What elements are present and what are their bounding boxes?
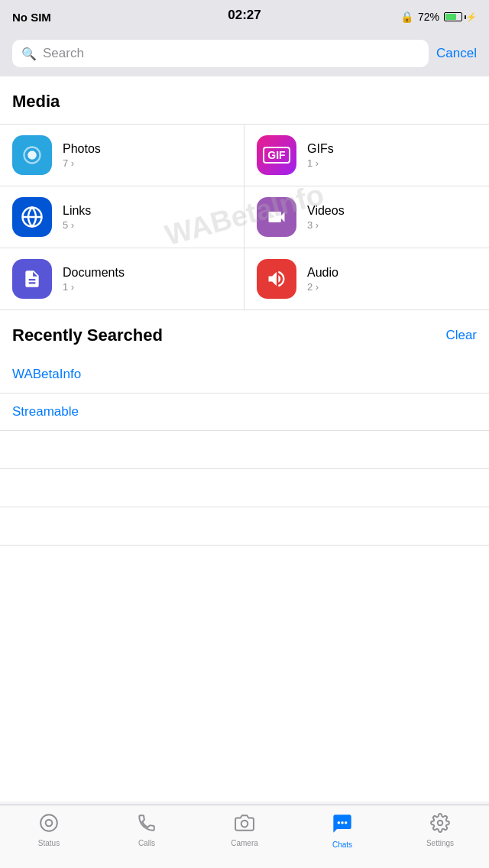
tab-status[interactable]: Status [0,813,98,847]
tab-camera[interactable]: Camera [196,813,293,847]
carrier-label: No SIM [12,11,51,24]
svg-point-7 [341,821,344,824]
settings-icon [430,813,450,836]
battery-icon: ⚡ [444,12,477,22]
status-bar: No SIM 02:27 🔒 72% ⚡ [0,0,489,34]
tab-camera-label: Camera [231,839,258,847]
search-result-text-wabetainfo: WABetaInfo [12,367,81,381]
documents-label: Documents [63,266,125,280]
tab-settings-label: Settings [426,839,454,847]
photos-count: 7 [63,157,101,169]
media-item-audio[interactable]: Audio 2 [244,248,489,310]
gifs-count: 1 [307,157,334,169]
clear-button[interactable]: Clear [445,328,477,343]
media-section-title: Media [0,76,489,124]
audio-info: Audio 2 [307,266,338,293]
bolt-icon: ⚡ [466,12,477,22]
videos-label: Videos [307,204,345,218]
links-icon [12,197,52,237]
gifs-icon: GIF [257,135,296,175]
media-item-gifs[interactable]: GIF GIFs 1 [244,125,489,186]
search-result-wabetainfo[interactable]: WABetaInfo [0,356,489,394]
photos-icon [12,135,52,175]
search-result-text-streamable: Streamable [12,404,79,419]
search-result-empty-2 [0,469,489,507]
links-label: Links [63,204,91,218]
svg-point-5 [241,821,248,828]
media-section: Media Photos 7 GIF [0,76,489,310]
media-item-documents[interactable]: Documents 1 [0,248,244,310]
chats-icon [332,813,353,837]
tab-calls[interactable]: Calls [98,813,196,847]
videos-icon [257,197,296,237]
tab-chats-label: Chats [332,840,352,849]
recently-searched-section: Recently Searched Clear WABetaInfo Strea… [0,310,489,546]
tab-chats[interactable]: Chats [293,813,391,849]
svg-point-3 [40,815,57,831]
videos-count: 3 [307,219,345,231]
camera-tab-icon [235,813,254,836]
main-content: Media Photos 7 GIF [0,76,489,802]
search-result-empty-3 [0,507,489,546]
svg-point-0 [28,151,37,160]
search-result-streamable[interactable]: Streamable [0,394,489,431]
documents-icon [12,259,52,299]
search-placeholder: Search [43,46,84,61]
battery-percent: 72% [418,11,439,23]
media-grid: Photos 7 GIF GIFs 1 [0,124,489,310]
links-info: Links 5 [63,204,91,231]
lock-icon: 🔒 [400,11,413,23]
status-right: 🔒 72% ⚡ [400,11,477,23]
search-input-wrapper[interactable]: 🔍 Search [12,40,429,67]
media-item-videos[interactable]: Videos 3 [244,186,489,248]
media-item-photos[interactable]: Photos 7 [0,125,244,186]
tab-bar: Status Calls Camera Chats [0,805,489,868]
audio-label: Audio [307,266,338,280]
documents-count: 1 [63,281,125,293]
svg-point-9 [438,821,443,826]
documents-info: Documents 1 [63,266,125,293]
videos-info: Videos 3 [307,204,345,231]
svg-point-6 [338,821,341,824]
recently-searched-header: Recently Searched Clear [0,310,489,356]
search-bar-container: 🔍 Search Cancel [0,34,489,76]
search-icon: 🔍 [21,47,37,61]
tab-status-label: Status [38,839,60,847]
audio-count: 2 [307,281,338,293]
photos-info: Photos 7 [63,142,101,169]
svg-point-4 [46,820,53,827]
cancel-button[interactable]: Cancel [436,46,477,61]
media-item-links[interactable]: Links 5 [0,186,244,248]
links-count: 5 [63,219,91,231]
calls-icon [137,813,157,836]
search-result-empty-1 [0,431,489,469]
tab-calls-label: Calls [138,839,155,847]
gifs-label: GIFs [307,142,334,156]
time-label: 02:27 [228,8,261,23]
svg-point-8 [345,821,348,824]
recently-searched-title: Recently Searched [12,326,163,345]
photos-label: Photos [63,142,101,156]
status-icon [39,813,59,836]
gifs-info: GIFs 1 [307,142,334,169]
audio-icon [257,259,296,299]
tab-settings[interactable]: Settings [391,813,489,847]
